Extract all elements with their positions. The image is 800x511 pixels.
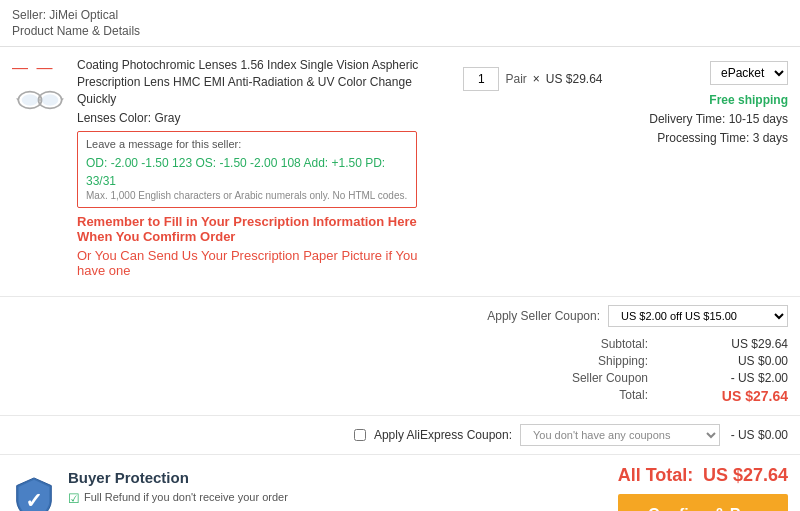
message-label: Leave a message for this seller:: [86, 138, 408, 150]
color-label: Lenses Color:: [77, 111, 151, 125]
protection-item-1: ☑ Full Refund if you don't receive your …: [68, 490, 339, 508]
subtotal-label: Subtotal:: [601, 337, 648, 351]
message-hint: Max. 1,000 English characters or Arabic …: [86, 190, 408, 201]
ali-coupon-label: Apply AliExpress Coupon:: [374, 428, 512, 442]
seller-info: Seller: JiMei Optical: [12, 8, 788, 22]
message-content[interactable]: OD: -2.00 -1.50 123 OS: -1.50 -2.00 108 …: [86, 154, 408, 190]
product-left: Coating Photochromic Lenses 1.56 Index S…: [77, 57, 438, 286]
coupon-label: Apply Seller Coupon:: [487, 309, 600, 323]
all-total-label: All Total:: [618, 465, 694, 485]
ali-coupon-checkbox[interactable]: [354, 429, 366, 441]
reminder-first: Remember to Fill in Your Prescription In…: [77, 214, 438, 244]
unit-label: Pair: [505, 72, 526, 86]
color-value: Gray: [154, 111, 180, 125]
buyer-protection: ✓ Buyer Protection ☑ Full Refund if you …: [12, 469, 339, 511]
price-each: US $29.64: [546, 72, 603, 86]
svg-point-6: [41, 94, 58, 106]
processing-time: Processing Time: 3 days: [649, 129, 788, 148]
ali-coupon-select[interactable]: You don't have any coupons: [520, 424, 720, 446]
product-image: [12, 77, 67, 122]
shipping-row: Shipping: US $0.00: [448, 354, 788, 368]
shield-icon: ✓: [12, 476, 56, 511]
total-value: US $27.64: [708, 388, 788, 404]
check-icon-1: ☑: [68, 490, 80, 508]
quantity-row: 1 Pair × US $29.64: [463, 67, 602, 91]
product-name: Coating Photochromic Lenses 1.56 Index S…: [77, 57, 438, 107]
svg-text:✓: ✓: [25, 489, 43, 511]
seller-coupon-select[interactable]: US $2.00 off US $15.00: [608, 305, 788, 327]
ali-coupon-section: Apply AliExpress Coupon: You don't have …: [0, 416, 800, 455]
shipping-column: ePacket Free shipping Delivery Time: 10-…: [628, 57, 788, 149]
protection-item-1-text: Full Refund if you don't receive your or…: [84, 490, 288, 505]
all-total-row: All Total: US $27.64: [612, 465, 788, 486]
reminder-second: Or You Can Send Us Your Prescription Pap…: [77, 248, 438, 278]
free-shipping-label: Free shipping: [649, 91, 788, 110]
reminders-area: Remember to Fill in Your Prescription In…: [77, 214, 438, 286]
subtotal-row: Subtotal: US $29.64: [448, 337, 788, 351]
red-dash: — —: [12, 59, 54, 77]
qty-price-column: 1 Pair × US $29.64: [448, 57, 618, 99]
seller-message-box: Leave a message for this seller: OD: -2.…: [77, 131, 417, 208]
confirm-pay-button[interactable]: Confirm & Pay: [618, 494, 788, 511]
product-section-label: Product Name & Details: [12, 24, 788, 38]
footer-section: ✓ Buyer Protection ☑ Full Refund if you …: [0, 455, 800, 511]
summary-section: Apply Seller Coupon: US $2.00 off US $15…: [0, 297, 800, 416]
seller-coupon-applied-label: Seller Coupon: [572, 371, 648, 385]
seller-header: Seller: JiMei Optical Product Name & Det…: [0, 0, 800, 47]
shipping-label: Shipping:: [598, 354, 648, 368]
quantity-input[interactable]: 1: [463, 67, 499, 91]
total-row: Total: US $27.64: [448, 388, 788, 404]
total-pay-section: All Total: US $27.64 Confirm & Pay: [612, 465, 788, 511]
total-label: Total:: [619, 388, 648, 404]
seller-label: Seller:: [12, 8, 46, 22]
shipping-info: Free shipping Delivery Time: 10-15 days …: [649, 91, 788, 149]
seller-coupon-row: Apply Seller Coupon: US $2.00 off US $15…: [487, 305, 788, 327]
shipping-value: US $0.00: [708, 354, 788, 368]
seller-coupon-applied-value: - US $2.00: [708, 371, 788, 385]
seller-coupon-applied-row: Seller Coupon - US $2.00: [448, 371, 788, 385]
svg-point-5: [21, 94, 38, 106]
all-total-value: US $27.64: [703, 465, 788, 485]
subtotal-value: US $29.64: [708, 337, 788, 351]
multiply-symbol: ×: [533, 72, 540, 86]
ali-coupon-value: - US $0.00: [728, 428, 788, 442]
shipping-method-select[interactable]: ePacket: [710, 61, 788, 85]
seller-name: JiMei Optical: [49, 8, 118, 22]
protection-title: Buyer Protection: [68, 469, 339, 486]
delivery-time: Delivery Time: 10-15 days: [649, 110, 788, 129]
protection-text: Buyer Protection ☑ Full Refund if you do…: [68, 469, 339, 511]
product-color: Lenses Color: Gray: [77, 111, 438, 125]
product-row: — — Coating Photochromic Lenses 1.56 Ind…: [0, 47, 800, 297]
